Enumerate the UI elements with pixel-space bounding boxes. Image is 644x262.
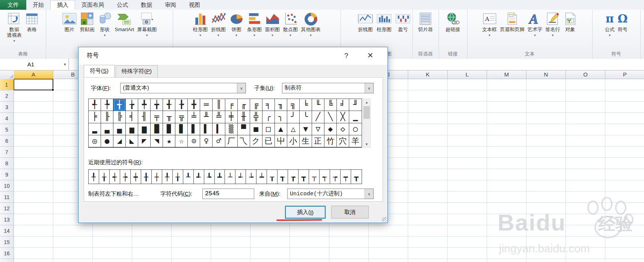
recent-symbol-cell[interactable]: ┴ xyxy=(225,170,235,184)
row-header-3[interactable]: 3 xyxy=(0,102,14,113)
symbol-cell[interactable]: ╒ xyxy=(225,99,238,111)
symbol-cell[interactable]: ▊ xyxy=(175,123,188,135)
symbol-cell[interactable]: ╨ xyxy=(200,111,213,123)
recent-symbol-cell[interactable]: ╁ xyxy=(173,170,183,184)
scroll-down-icon[interactable]: ▼ xyxy=(363,141,370,147)
ribbon-button-艺术字[interactable]: A艺术字▼ xyxy=(526,10,544,38)
ribbon-button-其他图表[interactable]: 其他图表▼ xyxy=(300,10,322,38)
selected-cell-a1[interactable] xyxy=(14,79,53,90)
row-header-14[interactable]: 14 xyxy=(0,225,14,237)
symbol-cell[interactable]: ク xyxy=(250,135,262,147)
symbol-cell[interactable]: □ xyxy=(262,123,275,135)
symbol-cell[interactable]: ╱ xyxy=(312,111,324,123)
chevron-down-icon[interactable]: ▼ xyxy=(199,34,202,37)
tab-视图[interactable]: 视图 xyxy=(182,0,207,10)
row-header-7[interactable]: 7 xyxy=(0,147,14,158)
row-header-partial[interactable] xyxy=(0,259,14,262)
symbol-cell[interactable]: ▀ xyxy=(238,123,250,135)
symbol-cell[interactable]: ▄ xyxy=(113,123,126,135)
ribbon-button-条形图[interactable]: 条形图▼ xyxy=(246,10,263,38)
recent-symbol-cell[interactable]: ╁ xyxy=(99,170,110,184)
symbol-cell[interactable]: ╭ xyxy=(262,111,275,123)
tab-公式[interactable]: 公式 xyxy=(110,0,134,10)
symbol-cell[interactable]: ╛ xyxy=(337,99,349,111)
chevron-down-icon[interactable]: ▼ xyxy=(271,34,274,37)
symbol-cell[interactable]: ╟ xyxy=(101,111,113,123)
symbol-cell[interactable]: ▽ xyxy=(312,123,324,135)
ribbon-button-表格[interactable]: 表格 xyxy=(24,10,40,33)
symbol-cell[interactable]: █ xyxy=(151,123,163,135)
symbol-cell[interactable]: △ xyxy=(287,123,300,135)
file-tab[interactable]: 文件 xyxy=(0,0,26,10)
dialog-titlebar[interactable]: 符号 ? × xyxy=(78,47,388,65)
row-header-8[interactable]: 8 xyxy=(0,158,14,169)
symbol-cell[interactable]: ╙ xyxy=(312,99,324,111)
ribbon-button-柱形图[interactable]: 柱形图 xyxy=(375,10,393,33)
recent-symbol-cell[interactable]: ╀ xyxy=(89,170,99,184)
recent-symbol-cell[interactable]: ┲ xyxy=(288,170,299,184)
symbol-cell[interactable]: ▆ xyxy=(138,123,151,135)
name-box[interactable]: A1 ▼ xyxy=(0,59,69,70)
recent-symbol-cell[interactable]: ┳ xyxy=(299,170,309,184)
symbol-cell[interactable]: ╞ xyxy=(89,111,101,123)
symbol-cell[interactable]: ╩ xyxy=(213,111,225,123)
row-header-5[interactable]: 5 xyxy=(0,124,14,135)
symbol-cell[interactable]: ▁ xyxy=(349,111,362,123)
chevron-down-icon[interactable]: ▼ xyxy=(534,34,537,37)
symbol-cell[interactable]: ╖ xyxy=(275,99,287,111)
symbol-grid-scrollbar[interactable]: ▲ ▼ xyxy=(363,99,371,148)
symbol-cell[interactable]: ▋ xyxy=(188,123,200,135)
symbol-cell[interactable]: ⊙ xyxy=(188,135,200,147)
recent-symbol-cell[interactable]: ┻ xyxy=(215,170,225,184)
symbol-cell[interactable]: 正 xyxy=(312,135,324,147)
symbol-cell[interactable]: ▃ xyxy=(101,123,113,135)
chevron-down-icon[interactable]: ▼ xyxy=(62,63,68,66)
recent-symbol-cell[interactable]: ┸ xyxy=(183,170,194,184)
recent-symbol-cell[interactable]: ┯ xyxy=(341,170,351,184)
ribbon-button-签名行[interactable]: 签名行▼ xyxy=(544,10,561,38)
symbol-cell[interactable]: ▌ xyxy=(200,123,213,135)
recent-symbol-cell[interactable]: ┭ xyxy=(320,170,330,184)
symbol-cell[interactable]: ◢ xyxy=(113,135,126,147)
symbol-cell[interactable]: ╓ xyxy=(238,99,250,111)
row-header-9[interactable]: 9 xyxy=(0,169,14,180)
recent-symbol-cell[interactable]: ╀ xyxy=(162,170,173,184)
dialog-tab-特殊字符(P)[interactable]: 特殊字符(P) xyxy=(116,65,158,77)
symbol-cell[interactable]: ╬ xyxy=(250,111,262,123)
row-header-15[interactable]: 15 xyxy=(0,237,14,248)
column-header-P[interactable]: P xyxy=(605,70,644,79)
symbol-cell[interactable]: ▼ xyxy=(300,123,312,135)
symbol-cell[interactable]: 乁 xyxy=(238,135,250,147)
symbol-cell[interactable]: ╡ xyxy=(126,111,138,123)
symbol-cell[interactable]: ╊ xyxy=(175,99,188,111)
chevron-down-icon[interactable]: ▼ xyxy=(551,34,554,37)
symbol-cell[interactable]: ╔ xyxy=(250,99,262,111)
row-header-4[interactable]: 4 xyxy=(0,113,14,124)
close-icon[interactable]: × xyxy=(364,49,377,61)
symbol-cell[interactable]: ╈ xyxy=(151,99,163,111)
symbol-cell[interactable]: ╗ xyxy=(287,99,300,111)
chevron-down-icon[interactable]: ▼ xyxy=(217,34,220,37)
symbol-cell[interactable]: ◤ xyxy=(138,135,151,147)
symbol-cell[interactable]: ╲ xyxy=(324,111,337,123)
symbol-cell[interactable]: ★ xyxy=(163,135,175,147)
row-header-6[interactable]: 6 xyxy=(0,135,14,147)
symbol-cell[interactable]: ■ xyxy=(250,123,262,135)
symbol-cell[interactable]: ▉ xyxy=(163,123,175,135)
tab-审阅[interactable]: 审阅 xyxy=(158,0,182,10)
symbol-cell[interactable]: ╮ xyxy=(275,111,287,123)
symbol-cell[interactable]: ▅ xyxy=(126,123,138,135)
symbol-cell[interactable]: ╳ xyxy=(337,111,349,123)
recent-symbol-cell[interactable]: ┰ xyxy=(267,170,278,184)
char-code-input[interactable] xyxy=(202,189,254,199)
symbol-cell[interactable]: ◥ xyxy=(151,135,163,147)
row-header-12[interactable]: 12 xyxy=(0,203,14,214)
ribbon-button-对象[interactable]: 对象 xyxy=(562,10,579,33)
row-header-13[interactable]: 13 xyxy=(0,214,14,225)
chevron-down-icon[interactable]: ▼ xyxy=(608,34,611,37)
symbol-cell[interactable]: ║ xyxy=(213,99,225,111)
recent-symbol-cell[interactable]: ┿ xyxy=(131,170,141,184)
tab-数据[interactable]: 数据 xyxy=(134,0,158,10)
scroll-up-icon[interactable]: ▲ xyxy=(363,99,370,105)
insert-button[interactable]: 插入(I) xyxy=(285,206,326,219)
